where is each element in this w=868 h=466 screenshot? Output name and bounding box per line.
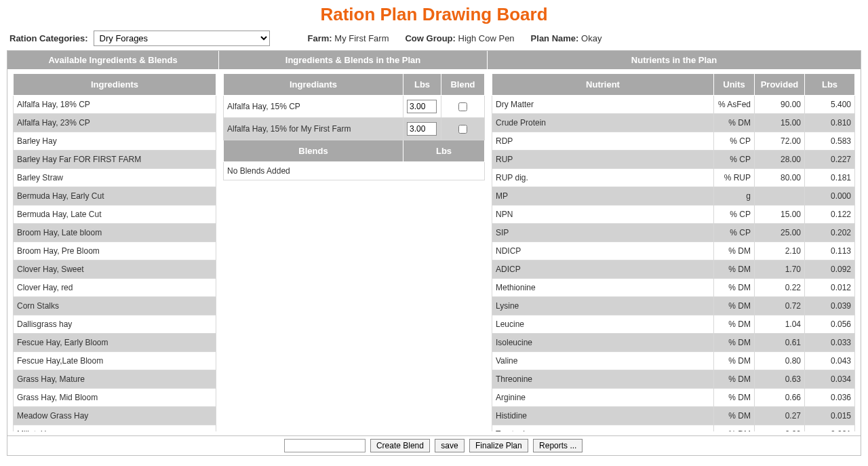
nutrient-name: Arginine	[492, 389, 714, 407]
available-cell: Dallisgrass hay	[14, 315, 216, 334]
bottom-bar: Create Blend save Finalize Plan Reports …	[7, 436, 861, 456]
nutrient-lbs: 0.181	[805, 169, 855, 187]
nutrient-provided: 1.70	[755, 260, 805, 279]
panel-header-available: Available Ingredients & Blends	[7, 51, 219, 69]
nutrient-provided	[755, 187, 805, 206]
blend-name-input[interactable]	[284, 439, 366, 452]
nutrient-name: Methionine	[492, 279, 714, 297]
blend-checkbox[interactable]	[458, 102, 467, 111]
blend-checkbox[interactable]	[458, 125, 467, 134]
available-row[interactable]: Grass Hay, Mid Bloom	[14, 389, 216, 407]
nutrient-row: Crude Protein% DM15.000.810	[492, 114, 855, 132]
nutrient-name: NDICP	[492, 242, 714, 260]
available-row[interactable]: Barley Straw	[14, 169, 216, 187]
main-frame: Available Ingredients & Blends Ingredien…	[7, 50, 861, 436]
nutrient-name: Valine	[492, 352, 714, 370]
nutrient-lbs: 0.034	[805, 370, 855, 389]
nutrient-name: NPN	[492, 206, 714, 224]
available-cell: Barley Hay Far FOR FIRST FARM	[14, 151, 216, 169]
nutrient-lbs: 0.043	[805, 352, 855, 370]
nutrient-units: % RUP	[714, 169, 755, 187]
available-row[interactable]: Fescue Hay, Early Bloom	[14, 334, 216, 352]
nutrient-name: Tryptophan	[492, 425, 714, 432]
nutrient-provided: 90.00	[755, 96, 805, 114]
nutrient-units: % CP	[714, 206, 755, 224]
plan-ing-name: Alfalfa Hay, 15% for My First Farm	[224, 118, 403, 140]
nutrient-row: Threonine% DM0.630.034	[492, 370, 855, 389]
available-cell: Bermuda Hay, Late Cut	[14, 206, 216, 224]
nutrient-name: Crude Protein	[492, 114, 714, 132]
create-blend-button[interactable]: Create Blend	[370, 439, 430, 452]
nutrient-units: % CP	[714, 224, 755, 242]
available-row[interactable]: Fescue Hay,Late Bloom	[14, 352, 216, 370]
lbs-input[interactable]	[407, 122, 437, 136]
nutrient-provided: 28.00	[755, 151, 805, 169]
nutrient-lbs: 0.036	[805, 389, 855, 407]
available-row[interactable]: Grass Hay, Mature	[14, 370, 216, 389]
nutrient-provided: 72.00	[755, 132, 805, 151]
available-row[interactable]: Broom Hay, Pre Bloom	[14, 242, 216, 260]
nutrient-provided: 1.04	[755, 315, 805, 334]
available-row[interactable]: Bermuda Hay, Early Cut	[14, 187, 216, 206]
nutrient-units: % DM	[714, 352, 755, 370]
plan-ing-name: Alfalfa Hay, 15% CP	[224, 96, 403, 118]
nutrient-row: Dry Matter% AsFed90.005.400	[492, 96, 855, 114]
nutrients-table: Nutrient Units Provided Lbs Dry Matter% …	[492, 73, 855, 431]
nutrient-row: Lysine% DM0.720.039	[492, 297, 855, 315]
nutrient-row: SIP% CP25.000.202	[492, 224, 855, 242]
plan-th-ing: Ingrediants	[224, 74, 403, 96]
available-cell: Clover Hay, red	[14, 279, 216, 297]
available-row[interactable]: Meadow Grass Hay	[14, 407, 216, 425]
nutrient-row: Methionine% DM0.220.012	[492, 279, 855, 297]
nutrient-provided: 0.66	[755, 389, 805, 407]
nutrient-name: MP	[492, 187, 714, 206]
available-cell: Grass Hay, Mature	[14, 370, 216, 389]
plan-ing-lbs-cell	[403, 118, 441, 140]
nutrient-name: ADICP	[492, 260, 714, 279]
nut-th-units: Units	[714, 74, 755, 96]
nutrient-name: RUP	[492, 151, 714, 169]
available-row[interactable]: Alfalfa Hay, 18% CP	[14, 96, 216, 114]
nutrient-row: Leucine% DM1.040.056	[492, 315, 855, 334]
farm-meta: Farm: My First Farm	[308, 33, 389, 43]
nutrient-name: Threonine	[492, 370, 714, 389]
available-row[interactable]: Clover Hay, red	[14, 279, 216, 297]
finalize-plan-button[interactable]: Finalize Plan	[469, 439, 528, 452]
available-row[interactable]: Barley Hay Far FOR FIRST FARM	[14, 151, 216, 169]
nutrient-row: Tryptophan% DM0.020.001	[492, 425, 855, 432]
nutrient-provided: 0.02	[755, 425, 805, 432]
nutrient-units: % CP	[714, 132, 755, 151]
categories-select[interactable]: Dry Forages	[94, 31, 270, 46]
available-row[interactable]: Broom Hay, Late bloom	[14, 224, 216, 242]
nutrient-lbs: 0.015	[805, 407, 855, 425]
available-row[interactable]: Dallisgrass hay	[14, 315, 216, 334]
plan-th-blend: Blend	[441, 74, 485, 96]
nutrients-scroll[interactable]: Nutrient Units Provided Lbs Dry Matter% …	[492, 73, 855, 431]
plan-ing-blend-cell	[441, 118, 485, 140]
plan-ing-blend-cell	[441, 96, 485, 118]
no-blends-row: No Blends Added	[224, 162, 485, 180]
available-row[interactable]: Barley Hay	[14, 132, 216, 151]
nutrient-row: MPg0.000	[492, 187, 855, 206]
available-row[interactable]: Corn Stalks	[14, 297, 216, 315]
nutrient-lbs: 0.033	[805, 334, 855, 352]
nutrient-provided: 15.00	[755, 114, 805, 132]
available-cell: Bermuda Hay, Early Cut	[14, 187, 216, 206]
available-scroll[interactable]: Ingredients Alfalfa Hay, 18% CPAlfalfa H…	[13, 73, 216, 431]
nutrient-provided: 80.00	[755, 169, 805, 187]
plan-ing-table: Ingrediants Lbs Blend Alfalfa Hay, 15% C…	[223, 73, 485, 180]
available-row[interactable]: Clover Hay, Sweet	[14, 260, 216, 279]
nutrient-units: % DM	[714, 407, 755, 425]
nutrient-row: NPN% CP15.000.122	[492, 206, 855, 224]
save-button[interactable]: save	[435, 439, 464, 452]
available-cell: Grass Hay, Mid Bloom	[14, 389, 216, 407]
available-row[interactable]: Bermuda Hay, Late Cut	[14, 206, 216, 224]
nutrient-row: RUP dig.% RUP80.000.181	[492, 169, 855, 187]
reports-button[interactable]: Reports ...	[533, 439, 583, 452]
nutrient-units: % DM	[714, 425, 755, 432]
available-row[interactable]: Alfalfa Hay, 23% CP	[14, 114, 216, 132]
available-row[interactable]: Millet, Hay	[14, 425, 216, 432]
nutrient-lbs: 0.092	[805, 260, 855, 279]
nutrient-units: % DM	[714, 242, 755, 260]
lbs-input[interactable]	[407, 100, 437, 113]
